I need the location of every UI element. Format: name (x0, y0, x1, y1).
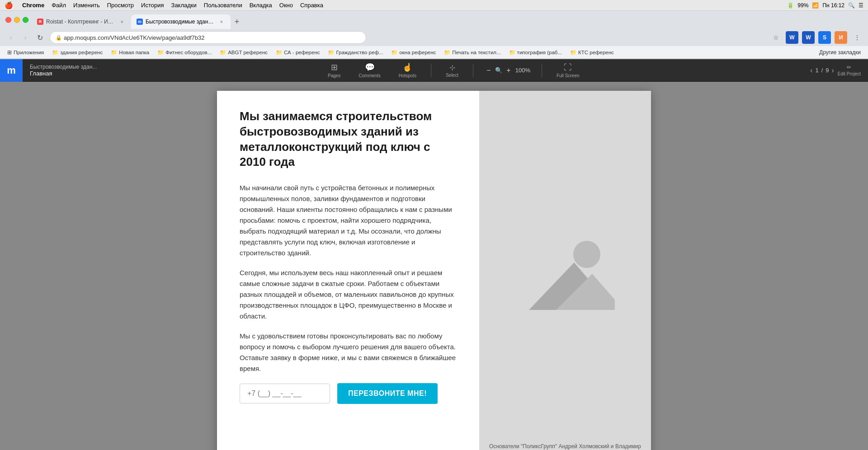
bookmark-folder-icon-2: 📁 (111, 49, 117, 56)
forward-button[interactable]: › (19, 31, 32, 44)
bookmark-ca[interactable]: 📁 СА - референс (272, 48, 323, 56)
fullscreen-icon: ⛶ (564, 63, 572, 72)
zoom-minus-button[interactable]: − (484, 66, 493, 75)
search-icon[interactable]: 🔍 (848, 2, 855, 9)
clock: Пн 16:12 (822, 2, 844, 9)
extension-i-button[interactable]: И (835, 31, 847, 44)
address-bar-row: ‹ › ↻ 🔒 app.moqups.com/VNdAcUe6TK/view/p… (0, 29, 868, 46)
new-tab-button[interactable]: + (231, 14, 243, 29)
hotspots-label: Hotspots (399, 73, 416, 78)
reload-button[interactable]: ↻ (33, 31, 46, 44)
tab-1-title: Roistat - Коллтрекинг - Исто... (46, 19, 116, 25)
paragraph-1: Мы начинали свой путь с устройства бетон… (240, 183, 457, 258)
bookmark-folder-icon-10: 📁 (570, 49, 576, 56)
apps-icon: ⊞ (7, 49, 12, 56)
pages-icon: ⊞ (331, 62, 338, 72)
menu-bookmarks[interactable]: Закладки (171, 2, 197, 9)
phone-input[interactable] (240, 384, 330, 403)
bookmark-print[interactable]: 📁 Печать на текстил... (440, 48, 504, 56)
menu-tab[interactable]: Вкладка (250, 2, 272, 9)
edit-project-button[interactable]: ✏ Edit Project (838, 64, 861, 76)
tab-2-title: Быстровозводимые здания (… (146, 19, 215, 25)
tab-2-close[interactable]: × (218, 18, 225, 25)
bookmark-buildings-label: здания референс (60, 50, 103, 55)
zoom-icon: 🔍 (495, 67, 502, 74)
bookmark-abgt[interactable]: 📁 ABGT референс (216, 48, 271, 56)
bookmark-apps[interactable]: ⊞ Приложения (4, 48, 47, 56)
bookmark-abgt-label: ABGT референс (228, 50, 268, 55)
tab-2[interactable]: m Быстровозводимые здания (… × (131, 14, 231, 29)
tab-1[interactable]: R Roistat - Коллтрекинг - Исто... × (32, 14, 131, 29)
battery-icon: 🔋 (787, 2, 794, 9)
tab-1-close[interactable]: × (118, 18, 126, 25)
apple-logo-icon[interactable]: 🍎 (5, 1, 13, 9)
hotspots-icon: ☝ (402, 62, 412, 72)
select-icon: ⊹ (449, 63, 455, 72)
prev-page-button[interactable]: ‹ (810, 66, 812, 75)
extensions-button[interactable]: ⋮ (851, 31, 863, 44)
extension-w-button[interactable]: W (786, 31, 798, 44)
menu-window[interactable]: Окно (279, 2, 293, 9)
moqups-logo-letter: m (7, 65, 16, 76)
page-left: Мы занимаемся строительством быстровозво… (217, 91, 479, 450)
next-page-button[interactable]: › (832, 66, 834, 75)
back-button[interactable]: ‹ (5, 31, 17, 44)
zoom-plus-button[interactable]: + (504, 66, 513, 75)
svg-point-0 (573, 241, 600, 268)
select-label: Select (446, 73, 458, 78)
main-heading: Мы занимаемся строительством быстровозво… (240, 109, 457, 170)
bookmark-other-button[interactable]: Другие закладки (816, 48, 864, 56)
mac-menubar: 🍎 Chrome Файл Изменить Просмотр История … (0, 0, 868, 11)
pages-tool[interactable]: ⊞ Pages (324, 61, 344, 80)
canvas-area: Мы занимаемся строительством быстровозво… (0, 82, 868, 450)
bookmark-folder-icon-8: 📁 (444, 49, 450, 56)
extension-word-button[interactable]: W (802, 31, 815, 44)
bookmark-ca-label: СА - референс (284, 50, 320, 55)
comments-label: Comments (359, 73, 380, 78)
address-text: app.moqups.com/VNdAcUe6TK/view/page/aa9d… (64, 34, 204, 41)
tab-1-favicon: R (37, 19, 43, 25)
comments-icon: 💬 (365, 62, 375, 72)
menu-users[interactable]: Пользователи (204, 2, 242, 9)
zoom-value: 100% (515, 67, 531, 74)
bookmark-typo[interactable]: 📁 типография (раб... (505, 48, 566, 56)
bookmark-fitness[interactable]: 📁 Фитнес оборудов... (154, 48, 215, 56)
bookmark-folder-icon-7: 📁 (391, 49, 397, 56)
page-navigation: ‹ 1 / 9 › (810, 66, 834, 75)
bookmark-new-folder[interactable]: 📁 Новая папка (107, 48, 153, 56)
cta-button[interactable]: ПЕРЕЗВОНИТЕ МНЕ! (337, 383, 438, 404)
bookmark-citizenship-label: Гражданство реф... (336, 50, 383, 55)
menu-edit[interactable]: Изменить (73, 2, 100, 9)
pages-label: Pages (328, 73, 340, 78)
bookmark-windows[interactable]: 📁 окна референс (387, 48, 439, 56)
bookmark-citizenship[interactable]: 📁 Гражданство реф... (324, 48, 387, 56)
select-tool[interactable]: ⊹ Select (442, 61, 462, 80)
hotspots-tool[interactable]: ☝ Hotspots (395, 61, 420, 80)
bookmark-buildings[interactable]: 📁 здания референс (48, 48, 106, 56)
minimize-window-button[interactable] (14, 17, 20, 23)
bookmark-folder-icon-4: 📁 (220, 49, 226, 56)
address-bar[interactable]: 🔒 app.moqups.com/VNdAcUe6TK/view/page/aa… (50, 31, 366, 44)
extension-s-button[interactable]: S (818, 31, 831, 44)
bookmark-kts[interactable]: 📁 КТС референс (566, 48, 618, 56)
menu-history[interactable]: История (141, 2, 164, 9)
toolbar-separator-3 (542, 64, 542, 77)
wifi-icon: 📶 (812, 2, 819, 9)
menu-help[interactable]: Справка (300, 2, 323, 9)
menu-chrome[interactable]: Chrome (22, 2, 44, 9)
bookmark-star-button[interactable]: ☆ (769, 31, 782, 44)
menu-view[interactable]: Просмотр (107, 2, 134, 9)
fullscreen-tool[interactable]: ⛶ Full Screen (553, 61, 583, 80)
close-window-button[interactable] (5, 17, 11, 23)
traffic-lights (5, 17, 28, 23)
menu-file[interactable]: Файл (52, 2, 66, 9)
bookmark-windows-label: окна референс (399, 50, 436, 55)
edit-icon: ✏ (847, 64, 851, 70)
comments-tool[interactable]: 💬 Comments (355, 61, 384, 80)
fullscreen-window-button[interactable] (23, 17, 28, 23)
moqups-logo[interactable]: m (0, 59, 23, 82)
moqups-topbar: m Быстровозводимые здан... Главная ⊞ Pag… (0, 59, 868, 82)
moqups-page-name: Главная (30, 70, 97, 77)
menu-icon[interactable]: ☰ (859, 2, 863, 9)
contact-form: ПЕРЕЗВОНИТЕ МНЕ! (240, 383, 457, 404)
